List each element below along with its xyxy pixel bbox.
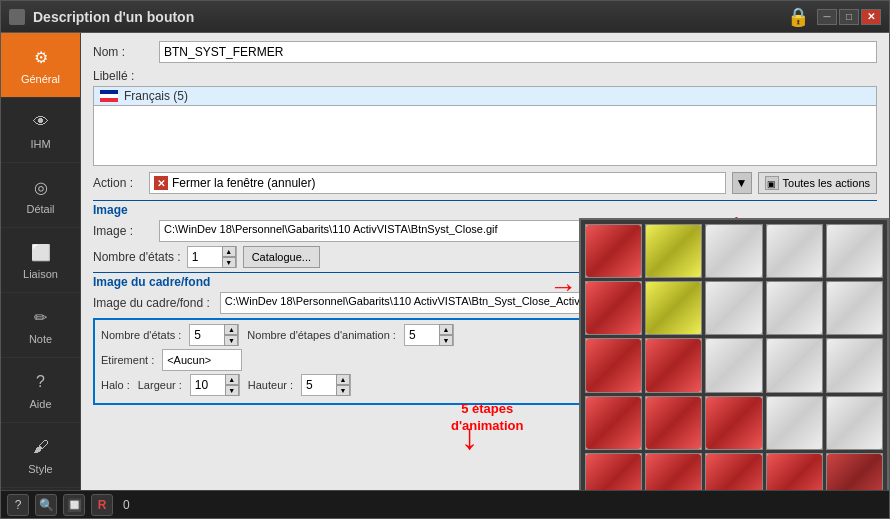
action-value: Fermer la fenêtre (annuler) [172,176,721,190]
spinbox4-up[interactable]: ▲ [225,374,239,385]
toutes-actions-icon: ▣ [765,176,779,190]
thumb-4-4[interactable] [766,396,823,450]
spinbox5-arrows: ▲ ▼ [336,374,350,396]
ihm-icon: 👁 [29,110,53,134]
hauteur-input[interactable] [302,376,336,394]
largeur-input[interactable] [191,376,225,394]
thumb-5-2[interactable] [645,453,702,490]
action-x-icon: ✕ [154,176,168,190]
action-dropdown[interactable]: ✕ Fermer la fenêtre (annuler) [149,172,726,194]
nb-etats-input[interactable] [188,248,222,266]
libelle-section: Libellé : Français (5) [93,69,877,166]
spinbox4-arrows: ▲ ▼ [225,374,239,396]
nb-etats-spinbox: ▲ ▼ [187,246,237,268]
thumb-4-3[interactable] [705,396,762,450]
thumb-1-4[interactable] [766,224,823,278]
general-icon: ⚙ [29,45,53,69]
thumb-4-1[interactable] [585,396,642,450]
nb-etats2-input[interactable] [190,326,224,344]
catalogue-button[interactable]: Catalogue... [243,246,320,268]
spinbox5-down[interactable]: ▼ [336,385,350,396]
sidebar-label-style: Style [28,463,52,475]
nb-etats2-label: Nombre d'états : [101,329,181,341]
detail-icon: ◎ [29,175,53,199]
thumb-2-2[interactable] [645,281,702,335]
spinbox-up[interactable]: ▲ [222,246,236,257]
etirement-value: <Aucun> [162,349,242,371]
thumb-3-4[interactable] [766,338,823,392]
thumb-2-3[interactable] [705,281,762,335]
nb-etapes-input[interactable] [405,326,439,344]
sidebar: ⚙ Général 👁 IHM ◎ Détail ⬜ Liaison ✏ Not… [1,33,81,490]
spinbox2-up[interactable]: ▲ [224,324,238,335]
sidebar-item-general[interactable]: ⚙ Général [1,33,80,98]
nom-label: Nom : [93,45,153,59]
main-window: Description d'un bouton 🔒 ─ □ ✕ ⚙ Généra… [0,0,890,519]
spinbox5-up[interactable]: ▲ [336,374,350,385]
taskbar-r-button[interactable]: R [91,494,113,516]
spinbox2-arrows: ▲ ▼ [224,324,238,346]
thumb-1-1[interactable] [585,224,642,278]
thumb-2-1[interactable] [585,281,642,335]
thumb-5-1[interactable] [585,453,642,490]
halo-label: Halo : [101,379,130,391]
content-area: Nom : Libellé : Français (5) Ac [81,33,889,490]
action-label: Action : [93,176,143,190]
toutes-actions-button[interactable]: ▣ Toutes les actions [758,172,877,194]
libelle-box: Français (5) [93,86,877,166]
restore-button[interactable]: □ [839,9,859,25]
nb-etapes-label: Nombre d'étapes d'animation : [247,329,396,341]
libelle-text-input[interactable] [98,110,872,124]
thumb-2-4[interactable] [766,281,823,335]
thumb-1-2[interactable] [645,224,702,278]
largeur-label: Largeur : [138,379,182,391]
spinbox4-down[interactable]: ▼ [225,385,239,396]
close-button[interactable]: ✕ [861,9,881,25]
nom-row: Nom : [93,41,877,63]
thumb-3-5[interactable] [826,338,883,392]
sidebar-item-style[interactable]: 🖌 Style [1,423,80,488]
sidebar-item-liaison[interactable]: ⬜ Liaison [1,228,80,293]
title-controls: ─ □ ✕ [817,9,881,25]
nb-etats-label: Nombre d'états : [93,250,181,264]
libelle-lang: Français (5) [124,89,188,103]
sidebar-item-note[interactable]: ✏ Note [1,293,80,358]
thumb-4-2[interactable] [645,396,702,450]
libelle-lang-bar: Français (5) [94,87,876,106]
sidebar-label-liaison: Liaison [23,268,58,280]
taskbar-help-button[interactable]: ? [7,494,29,516]
spinbox2-down[interactable]: ▼ [224,335,238,346]
image-fond-label: Image du cadre/fond : [93,296,210,310]
thumb-5-4[interactable] [766,453,823,490]
thumb-4-5[interactable] [826,396,883,450]
sidebar-item-detail[interactable]: ◎ Détail [1,163,80,228]
taskbar-app-button[interactable]: 🔲 [63,494,85,516]
thumb-3-3[interactable] [705,338,762,392]
title-bar: Description d'un bouton 🔒 ─ □ ✕ [1,1,889,33]
taskbar: ? 🔍 🔲 R 0 [1,490,889,518]
spinbox3-down[interactable]: ▼ [439,335,453,346]
sidebar-item-aide[interactable]: ? Aide [1,358,80,423]
libelle-label: Libellé : [93,69,877,83]
window-title: Description d'un bouton [33,9,194,25]
aide-icon: ? [29,370,53,394]
thumb-3-2[interactable] [645,338,702,392]
thumb-5-5[interactable] [826,453,883,490]
thumb-1-5[interactable] [826,224,883,278]
thumb-5-3[interactable] [705,453,762,490]
taskbar-counter: 0 [123,498,130,512]
nb-etapes-spinbox: ▲ ▼ [404,324,454,346]
minimize-button[interactable]: ─ [817,9,837,25]
spinbox-down[interactable]: ▼ [222,257,236,268]
thumb-3-1[interactable] [585,338,642,392]
sidebar-label-note: Note [29,333,52,345]
thumb-1-3[interactable] [705,224,762,278]
dropdown-arrow[interactable]: ▼ [732,172,752,194]
sidebar-item-ihm[interactable]: 👁 IHM [1,98,80,163]
taskbar-search-button[interactable]: 🔍 [35,494,57,516]
nom-input[interactable] [159,41,877,63]
thumb-2-5[interactable] [826,281,883,335]
nb-etats2-spinbox: ▲ ▼ [189,324,239,346]
main-content: ⚙ Général 👁 IHM ◎ Détail ⬜ Liaison ✏ Not… [1,33,889,490]
spinbox3-up[interactable]: ▲ [439,324,453,335]
